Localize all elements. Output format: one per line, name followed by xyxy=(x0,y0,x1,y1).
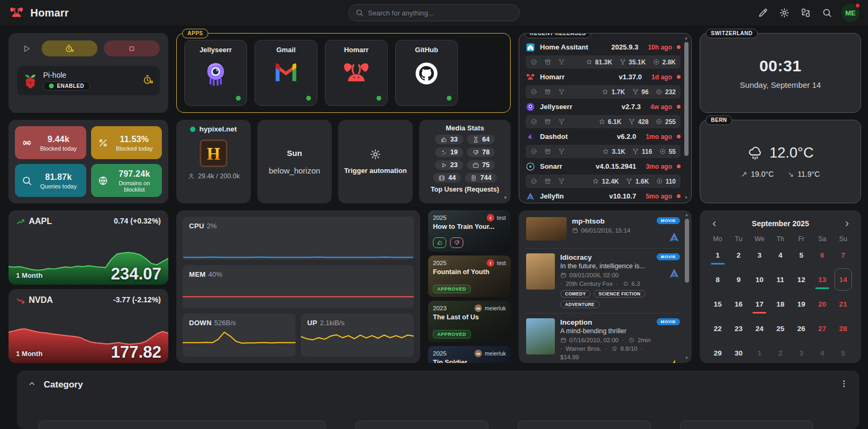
boards-button[interactable] xyxy=(797,4,815,22)
release-item[interactable]: d.Dashdot v6.2.0 1mo ago xyxy=(526,129,681,144)
calendar-day[interactable]: 4 xyxy=(812,341,832,365)
download-panel: DOWN526B/s xyxy=(183,314,296,357)
app-github[interactable]: GitHub xyxy=(395,40,458,106)
stock-card-aapl[interactable]: AAPL 0.74 (+0.32%) 1 Month 234.07 xyxy=(9,210,168,285)
release-item[interactable]: Jellyseerr v2.7.3 4w ago xyxy=(526,100,681,114)
pihole-integration-row[interactable]: Pi-hole ENABLED xyxy=(17,66,160,95)
pause-timer-button[interactable] xyxy=(42,40,97,56)
pihole-stat-tile[interactable]: 11.53%Blocked today xyxy=(91,126,162,159)
request-card[interactable]: 2025 ttest How to Train Your... xyxy=(428,210,511,252)
calendar-day[interactable]: 9 xyxy=(728,267,749,292)
app-homarr[interactable]: Homarr xyxy=(325,40,388,106)
calendar-day[interactable]: 14 xyxy=(833,267,854,292)
current-temp: 12.0°C xyxy=(769,145,814,161)
calendar-day[interactable]: 5 xyxy=(833,341,854,365)
global-search[interactable] xyxy=(348,4,520,21)
calendar-widget: September 2025 MoTuWeThFrSaSu 1234567891… xyxy=(700,210,861,363)
calendar-day[interactable]: 11 xyxy=(770,267,791,292)
calendar-day[interactable]: 17 xyxy=(749,292,770,316)
media-item[interactable]: mp-htsob 06/01/2016, 15:14 MOVIE xyxy=(525,212,681,248)
pihole-stat-tile[interactable]: 9.44kBlocked today xyxy=(15,126,86,159)
calendar-day[interactable]: 7 xyxy=(833,243,854,267)
pihole-stat-tile[interactable]: 797.24kDomains on blocklist xyxy=(91,164,162,197)
media-item[interactable]: Idiocracy In the future, intelligence is… xyxy=(525,248,681,313)
minecraft-server-widget[interactable]: hypixel.net H 29.4k / 200.0k xyxy=(176,120,251,203)
calendar-day[interactable]: 29 xyxy=(707,341,728,365)
release-item[interactable]: Sonarr v4.0.15.2941 3mo ago xyxy=(526,159,681,174)
calendar-day[interactable]: 16 xyxy=(728,292,749,316)
jellyfin-icon xyxy=(668,232,680,243)
category-tile[interactable] xyxy=(518,420,651,429)
calendar-next-button[interactable] xyxy=(840,217,854,230)
calendar-day[interactable]: 25 xyxy=(770,316,791,341)
request-card[interactable]: 2023 mmeierluk The Last of Us APPROVED xyxy=(428,301,511,342)
user-avatar[interactable]: ME xyxy=(841,4,859,22)
pihole-timer-button[interactable] xyxy=(143,75,153,87)
calendar-day[interactable]: 3 xyxy=(791,341,812,365)
enable-all-button[interactable] xyxy=(17,40,35,56)
calendar-day[interactable]: 28 xyxy=(833,316,854,341)
stock-period: 1 Month xyxy=(16,271,43,279)
search-button[interactable] xyxy=(818,4,836,22)
release-item[interactable]: Jellyfin v10.10.7 5mo ago xyxy=(526,189,681,203)
calendar-day[interactable]: 13 xyxy=(812,267,832,292)
scroll-thumb[interactable] xyxy=(684,42,689,156)
edit-mode-button[interactable] xyxy=(754,4,772,22)
star-count: 81.3K xyxy=(586,59,612,66)
stock-card-nvda[interactable]: NVDA -3.77 (-2.12%) 1 Month 177.82 xyxy=(9,289,168,364)
media-item[interactable]: Inception A mind-bending thriller 07/16/… xyxy=(525,313,681,363)
calendar-day[interactable]: 23 xyxy=(728,316,749,341)
calendar-day[interactable]: 19 xyxy=(791,292,812,316)
category-collapse-button[interactable] xyxy=(28,380,36,390)
calendar-day-header: Th xyxy=(770,235,791,243)
calendar-day[interactable]: 1 xyxy=(749,341,770,365)
media-stat-pill: 744 xyxy=(465,173,497,183)
calendar-day[interactable]: 20 xyxy=(812,292,832,316)
disable-all-button[interactable] xyxy=(104,40,160,56)
category-menu-button[interactable] xyxy=(839,379,849,391)
calendar-day[interactable]: 8 xyxy=(707,267,728,292)
calendar-day[interactable]: 4 xyxy=(770,243,791,267)
decline-button[interactable] xyxy=(450,237,463,248)
approve-button[interactable] xyxy=(433,237,446,248)
release-item[interactable]: Homarr v1.37.0 1d ago xyxy=(526,70,681,84)
calendar-day[interactable]: 18 xyxy=(770,292,791,316)
calendar-day[interactable]: 5 xyxy=(791,243,812,267)
calendar-day[interactable]: 27 xyxy=(812,316,832,341)
high-temp: ↗19.0°C xyxy=(741,170,774,178)
calendar-prev-button[interactable] xyxy=(707,217,721,230)
category-tile[interactable] xyxy=(355,420,488,429)
calendar-day[interactable]: 10 xyxy=(749,267,770,292)
calendar-day[interactable]: 21 xyxy=(833,292,854,316)
calendar-day[interactable]: 12 xyxy=(791,267,812,292)
calendar-day[interactable]: 1 xyxy=(707,243,728,267)
medialist-scrollbar[interactable]: ▲▼ xyxy=(684,213,690,360)
releases-scrollbar[interactable]: ▲▼ xyxy=(683,36,689,200)
settings-button[interactable] xyxy=(775,4,793,22)
scroll-down-arrow[interactable]: ▼ xyxy=(503,195,507,200)
calendar-day[interactable]: 2 xyxy=(728,243,749,267)
pihole-stat-tile[interactable]: 81.87kQueries today xyxy=(15,164,86,197)
search-input[interactable] xyxy=(368,9,513,17)
sun-state-widget[interactable]: Sun below_horizon xyxy=(257,120,332,203)
calendar-day[interactable]: 24 xyxy=(749,316,770,341)
server-name: hypixel.net xyxy=(199,125,237,133)
app-jellyseerr[interactable]: Jellyseerr xyxy=(184,40,247,106)
request-card[interactable]: 2025 ttest Fountain of Youth APPROVED xyxy=(428,255,511,297)
gear-icon xyxy=(779,7,790,18)
calendar-day[interactable]: 22 xyxy=(707,316,728,341)
calendar-day[interactable]: 6 xyxy=(812,243,832,267)
app-gmail[interactable]: Gmail xyxy=(255,40,317,106)
category-tile[interactable] xyxy=(680,420,813,429)
calendar-day[interactable]: 30 xyxy=(728,341,749,365)
category-tile[interactable] xyxy=(38,420,326,429)
calendar-day[interactable]: 2 xyxy=(770,341,791,365)
homarr-icon xyxy=(526,72,535,82)
calendar-day[interactable]: 15 xyxy=(707,292,728,316)
request-card[interactable]: 2025 mmeierluk Tin Soldier xyxy=(428,346,511,363)
calendar-day[interactable]: 26 xyxy=(791,316,812,341)
calendar-day[interactable]: 3 xyxy=(749,243,770,267)
automation-widget[interactable]: Trigger automation xyxy=(338,120,413,203)
scroll-thumb[interactable] xyxy=(685,219,689,283)
release-item[interactable]: Home Assitant 2025.9.3 10h ago xyxy=(526,40,681,54)
